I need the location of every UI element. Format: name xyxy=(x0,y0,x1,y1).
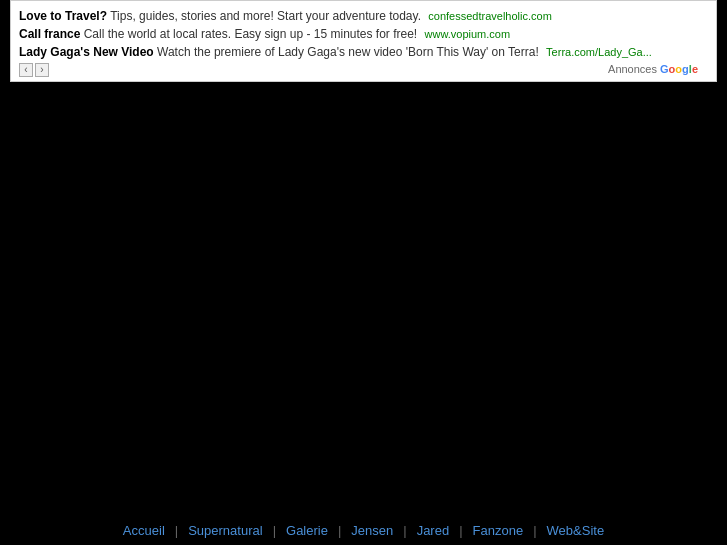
ad-desc-2: Call the world at local rates. Easy sign… xyxy=(84,27,418,41)
nav-item-webandsite[interactable]: Web&Site xyxy=(547,523,605,538)
nav-item-accueil[interactable]: Accueil xyxy=(123,523,165,538)
google-attribution: Annonces Google xyxy=(608,63,698,75)
nav-item-galerie[interactable]: Galerie xyxy=(286,523,328,538)
bottom-nav: Accueil | Supernatural | Galerie | Jense… xyxy=(0,515,727,545)
annonces-label: Annonces xyxy=(608,63,657,75)
ad-line-1[interactable]: Love to Travel? Tips, guides, stories an… xyxy=(19,7,708,25)
nav-item-supernatural[interactable]: Supernatural xyxy=(188,523,262,538)
ad-url-3: Terra.com/Lady_Ga... xyxy=(546,46,652,58)
ad-banner: Love to Travel? Tips, guides, stories an… xyxy=(10,0,717,82)
ad-url-1: confessedtravelholic.com xyxy=(428,10,552,22)
ad-title-1[interactable]: Love to Travel? xyxy=(19,9,107,23)
ad-title-3[interactable]: Lady Gaga's New Video xyxy=(19,45,154,59)
nav-item-jensen[interactable]: Jensen xyxy=(351,523,393,538)
nav-sep-6: | xyxy=(533,523,536,538)
nav-item-fanzone[interactable]: Fanzone xyxy=(473,523,524,538)
nav-item-jared[interactable]: Jared xyxy=(417,523,450,538)
ad-prev-button[interactable]: ‹ xyxy=(19,63,33,77)
ad-line-2[interactable]: Call france Call the world at local rate… xyxy=(19,25,708,43)
google-label: Google xyxy=(660,63,698,75)
nav-sep-1: | xyxy=(175,523,178,538)
ad-line-3[interactable]: Lady Gaga's New Video Watch the premiere… xyxy=(19,43,708,61)
ad-next-button[interactable]: › xyxy=(35,63,49,77)
ad-title-2[interactable]: Call france xyxy=(19,27,80,41)
nav-sep-2: | xyxy=(273,523,276,538)
ad-desc-3: Watch the premiere of Lady Gaga's new vi… xyxy=(157,45,539,59)
nav-sep-4: | xyxy=(403,523,406,538)
nav-sep-3: | xyxy=(338,523,341,538)
ad-controls: ‹ › xyxy=(19,63,708,77)
nav-sep-5: | xyxy=(459,523,462,538)
ad-desc-1: Tips, guides, stories and more! Start yo… xyxy=(110,9,421,23)
ad-url-2: www.vopium.com xyxy=(425,28,511,40)
